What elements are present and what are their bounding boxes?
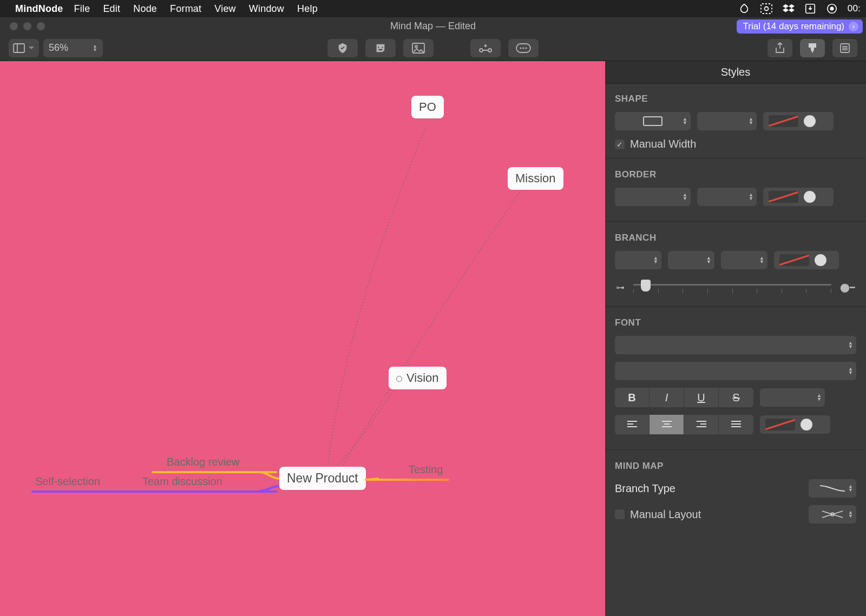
menu-view[interactable]: View [214,3,236,15]
inspector-title: Styles [605,61,866,84]
menu-edit[interactable]: Edit [103,3,120,15]
color-swatch-icon [804,115,816,127]
section-mindmap: MIND MAP Branch Type ▲▼ Manual Layout [605,451,866,535]
border-width-select[interactable]: ▲▼ [697,188,757,206]
edge-root-po [327,123,428,468]
italic-button[interactable]: I [650,388,684,407]
outline-inspector-button[interactable] [832,39,857,57]
menuextra-download-icon[interactable] [804,3,816,15]
color-swatch-icon [801,419,812,430]
menu-node[interactable]: Node [133,3,157,15]
connection-add-button[interactable] [470,39,501,57]
styles-inspector-button[interactable] [800,39,825,57]
section-heading: SHAPE [615,94,856,104]
sticker-button[interactable] [365,39,396,57]
menuextra-screenshot-icon[interactable] [760,3,773,15]
branch-width-select[interactable]: ▲▼ [721,251,767,269]
menuextra-record-icon[interactable] [826,3,838,15]
node-po[interactable]: PO [411,96,444,118]
font-weight-select[interactable]: ▲▼ [615,362,856,380]
close-window-button[interactable] [10,22,18,30]
node-root[interactable]: New Product [279,467,366,490]
checkbox-checked-icon: ✓ [615,140,625,149]
checkbox-label: Manual Width [630,138,696,150]
svg-point-13 [522,47,524,49]
branch-thickness-slider[interactable]: ⊶ ⬤━ [615,277,856,299]
trial-badge[interactable]: Trial (14 days remaining) › [737,19,863,34]
section-heading: FONT [615,317,856,328]
node-mission[interactable]: Mission [508,167,563,190]
svg-point-10 [488,49,491,52]
zoom-level-stepper[interactable]: 56% ▲▼ [43,39,103,57]
border-color[interactable] [763,188,834,206]
menuextra-clock[interactable]: 00: [848,3,861,14]
branch-testing-label[interactable]: Testing [409,463,443,476]
app-name[interactable]: MindNode [15,3,63,15]
share-button[interactable] [767,39,792,57]
more-label-button[interactable] [508,39,539,57]
strike-button[interactable]: S [719,388,753,407]
node-vision[interactable]: Vision [389,367,447,389]
slider-thumb[interactable] [641,280,651,292]
font-style-segmented[interactable]: B I U S [615,388,753,407]
zoom-value: 56% [49,42,68,54]
align-right-button[interactable] [684,415,719,434]
border-style-select[interactable]: ▲▼ [615,188,691,206]
image-button[interactable] [403,39,434,57]
section-heading: MIND MAP [615,461,856,472]
menuextra-leaf-icon[interactable] [738,3,750,15]
shape-fill-color[interactable] [763,112,834,130]
edge-root-mission [341,186,524,468]
branch-cap-select[interactable]: ▲▼ [668,251,714,269]
traffic-lights[interactable] [10,22,45,30]
node-label: Vision [406,371,439,385]
align-center-button[interactable] [650,415,684,434]
layout-direction-select[interactable]: ▲▼ [809,505,856,524]
font-size-select[interactable]: ▲▼ [760,388,825,407]
sidebar-toggle-button[interactable] [9,39,39,57]
branch-color[interactable] [774,251,839,269]
toolbar: 56% ▲▼ [0,35,866,61]
branch-testing-line [368,479,449,481]
svg-point-12 [520,47,521,49]
task-bullet-icon [396,376,402,382]
section-border: BORDER ▲▼ ▲▼ [605,160,866,218]
chevron-right-icon: › [849,22,858,31]
svg-point-8 [415,45,417,48]
menu-file[interactable]: File [74,3,90,15]
branch-self-label[interactable]: Self-selection [35,475,100,488]
menu-help[interactable]: Help [297,3,318,15]
zoom-window-button[interactable] [37,22,45,30]
underline-button[interactable]: U [684,388,719,407]
align-justify-button[interactable] [719,415,753,434]
node-label: New Product [287,471,358,485]
svg-point-14 [525,47,527,49]
font-color[interactable] [760,415,830,434]
mindmap-canvas[interactable]: .dash{stroke:#6d6d6d;stroke-width:1.2;st… [0,61,605,616]
styles-inspector: Styles SHAPE ▲▼ ▲▼ [605,61,866,616]
align-left-button[interactable] [615,415,650,434]
bold-button[interactable]: B [615,388,650,407]
shape-size-select[interactable]: ▲▼ [697,112,757,130]
manual-width-checkbox[interactable]: ✓ Manual Width [615,138,856,150]
svg-rect-5 [14,44,24,52]
branch-backlog-label[interactable]: Backlog review [167,456,240,468]
manual-layout-checkbox[interactable]: Manual Layout [615,508,701,521]
task-toggle-button[interactable] [327,39,358,57]
branch-type-select[interactable]: ▲▼ [809,479,856,498]
branch-style-select[interactable]: ▲▼ [615,251,661,269]
menuextra-dropbox-icon[interactable] [783,3,795,15]
menu-format[interactable]: Format [170,3,201,15]
branch-team-label[interactable]: Team discussion [142,475,222,488]
minimize-window-button[interactable] [23,22,31,30]
image-icon [412,43,425,54]
branch-team-self-line [31,491,278,493]
no-color-icon [779,254,809,266]
text-align-segmented[interactable] [615,415,753,434]
paintbrush-icon [807,42,818,54]
window-titlebar: Mind Map — Edited Trial (14 days remaini… [0,17,866,35]
shape-style-select[interactable]: ▲▼ [615,112,691,130]
menu-window[interactable]: Window [249,3,284,15]
chevron-down-icon [28,43,35,53]
font-family-select[interactable]: ▲▼ [615,336,856,354]
